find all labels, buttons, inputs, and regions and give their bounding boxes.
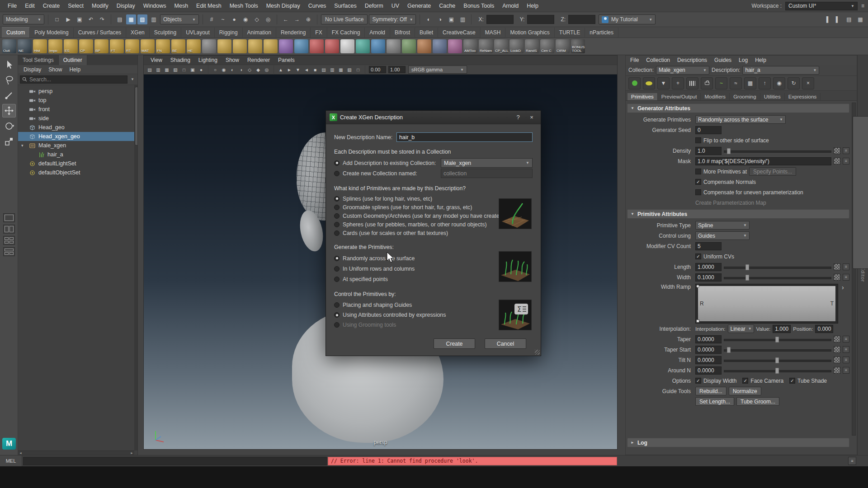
- menu-edit[interactable]: Edit: [21, 0, 39, 12]
- safe-action-icon[interactable]: ◆: [254, 66, 262, 74]
- outliner-item-side[interactable]: side: [18, 114, 137, 123]
- menu-deform[interactable]: Deform: [361, 0, 387, 12]
- lighting-icon[interactable]: ▼: [294, 66, 302, 74]
- width-slider[interactable]: [724, 274, 831, 281]
- dialog-close-button[interactable]: ×: [526, 111, 537, 124]
- shelf-tab-motion-graphics[interactable]: Motion Graphics: [505, 28, 554, 38]
- description-name-input[interactable]: hair_b: [396, 132, 533, 142]
- sidebar-attribute-editor-icon[interactable]: ▐: [821, 14, 831, 24]
- outliner-menu-show[interactable]: Show: [45, 66, 66, 73]
- taper-field[interactable]: 0.0000: [695, 335, 722, 343]
- shelf-item-he[interactable]: HE: [187, 39, 201, 53]
- shelf-tab-xgen[interactable]: XGen: [126, 28, 150, 38]
- ramp-position-field[interactable]: 0.000: [815, 325, 833, 333]
- mel-label[interactable]: MEL: [0, 455, 22, 467]
- expand-arrow-icon[interactable]: ▾: [21, 143, 27, 148]
- radio-selected-icon[interactable]: [334, 160, 340, 166]
- shelf-tab-rendering[interactable]: Rendering: [276, 28, 311, 38]
- output-connections-icon[interactable]: →: [292, 14, 302, 24]
- uniform-cvs-checkbox[interactable]: ✓: [695, 253, 701, 259]
- shelf-item-bp[interactable]: BP: [94, 39, 108, 53]
- existing-collection-select[interactable]: Male_xgen▼: [441, 158, 533, 168]
- grease-pencil-icon[interactable]: ●: [197, 66, 205, 74]
- primitive-type-select[interactable]: Spline▼: [695, 221, 750, 230]
- menu-mesh-display[interactable]: Mesh Display: [262, 0, 304, 12]
- slider-handle[interactable]: [745, 264, 749, 270]
- shelf-item-25[interactable]: [371, 39, 385, 53]
- render-settings-icon[interactable]: ▣: [446, 14, 456, 24]
- outliner-item-head-xgen-geo[interactable]: Head_xgen_geo: [18, 132, 137, 141]
- shelf-item-26[interactable]: [387, 39, 401, 53]
- menu-arnold[interactable]: Arnold: [498, 0, 523, 12]
- mask-expression-field[interactable]: 1.0 # map('${DESC}/density/'): [695, 157, 831, 165]
- shelf-item-17[interactable]: [248, 39, 262, 53]
- outliner-item-front[interactable]: front: [18, 105, 137, 114]
- more-primitives-at-checkbox[interactable]: [695, 169, 701, 174]
- shelf-item-29[interactable]: [433, 39, 447, 53]
- shelf-tab-creativecase[interactable]: CreativeCase: [438, 28, 481, 38]
- preview-icon[interactable]: ◉: [773, 77, 785, 89]
- shelf-item-18[interactable]: [264, 39, 278, 53]
- viewport-menu-shading[interactable]: Shading: [166, 57, 194, 63]
- menubar-options-icon[interactable]: ≡: [861, 3, 864, 9]
- frame-selection-icon[interactable]: ►: [285, 66, 293, 74]
- shelf-tab-curves-surfaces[interactable]: Curves / Surfaces: [74, 28, 126, 38]
- menu-create[interactable]: Create: [39, 0, 64, 12]
- tilt-n-slider[interactable]: [724, 357, 831, 364]
- shelf-tab-bullet[interactable]: Bullet: [415, 28, 438, 38]
- shelf-item-es[interactable]: ES: [64, 39, 78, 53]
- density-slider[interactable]: [724, 147, 831, 155]
- around-n-field[interactable]: 0.0000: [695, 366, 722, 375]
- primitive-kind-option-cards-use-for-scales-or-other-flat-textures[interactable]: Cards (use for scales or other flat text…: [334, 229, 533, 237]
- open-scene-icon[interactable]: ▶: [63, 14, 73, 24]
- slider-handle[interactable]: [727, 347, 731, 353]
- tutorial-select[interactable]: My Tutorial▼: [599, 14, 656, 24]
- cancel-button[interactable]: Cancel: [485, 338, 526, 349]
- field-chart-icon[interactable]: ◇: [245, 66, 254, 74]
- layout-preset-4[interactable]: [3, 247, 15, 256]
- motion-blur-icon[interactable]: ▤: [320, 66, 328, 74]
- collection-select[interactable]: Male_xgen▼: [656, 66, 709, 75]
- generate-primitives-select[interactable]: Randomly across the surface▼: [695, 115, 786, 124]
- select-tool[interactable]: [2, 58, 16, 71]
- x-coordinate-field[interactable]: [486, 15, 514, 24]
- radio-unselected-icon[interactable]: [334, 205, 340, 210]
- xgen-menu-log[interactable]: Log: [735, 57, 751, 63]
- length-field[interactable]: 1.0000: [695, 263, 722, 271]
- radio-unselected-icon[interactable]: [334, 266, 340, 272]
- width-field[interactable]: 0.1000: [695, 273, 722, 282]
- slider-handle[interactable]: [775, 368, 779, 374]
- expression-icon[interactable]: ≡: [843, 346, 849, 353]
- curve-utilities-icon[interactable]: ≈: [730, 77, 742, 89]
- viewport-menu-panels[interactable]: Panels: [274, 57, 299, 63]
- menu-bonus-tools[interactable]: Bonus Tools: [459, 0, 498, 12]
- menu-windows[interactable]: Windows: [139, 0, 170, 12]
- shelf-item-mat[interactable]: MAT: [141, 39, 155, 53]
- menu-mesh-tools[interactable]: Mesh Tools: [226, 0, 262, 12]
- xgen-menu-descriptions[interactable]: Descriptions: [674, 57, 711, 63]
- shelf-item-rt[interactable]: RT: [125, 39, 139, 53]
- slider-handle[interactable]: [745, 275, 749, 281]
- outliner-menu-display[interactable]: Display: [20, 66, 45, 73]
- viewport-menu-show[interactable]: Show: [222, 57, 243, 63]
- sidebar-tool-settings-icon[interactable]: ▌: [833, 14, 843, 24]
- scale-tool[interactable]: [2, 135, 16, 148]
- control-using-select[interactable]: Guides▼: [695, 231, 750, 240]
- expression-icon[interactable]: ≡: [843, 357, 849, 363]
- shelf-item-amtoo[interactable]: AMToo: [463, 39, 477, 53]
- shelf-item-cp-all[interactable]: CP_ALL: [494, 39, 508, 53]
- ramp-expand-button[interactable]: ›: [842, 284, 844, 291]
- texture-map-icon[interactable]: [834, 263, 840, 270]
- shelf-item-lookd[interactable]: LookD: [509, 39, 524, 53]
- display-width-checkbox[interactable]: ✓: [695, 378, 701, 384]
- dialog-titlebar[interactable]: X Create XGen Description ? ×: [326, 111, 541, 124]
- radio-unselected-icon[interactable]: [334, 277, 340, 282]
- shelf-tab-custom[interactable]: Custom: [2, 27, 30, 38]
- taper-slider[interactable]: [724, 336, 831, 343]
- around-n-slider[interactable]: [724, 367, 831, 374]
- layout-preset-1[interactable]: [3, 213, 15, 222]
- outliner-menu-help[interactable]: Help: [66, 66, 84, 73]
- shelf-item-rands[interactable]: RandS: [525, 39, 539, 53]
- z-coordinate-field[interactable]: [568, 15, 595, 24]
- gate-mask-icon[interactable]: ◑: [237, 66, 245, 74]
